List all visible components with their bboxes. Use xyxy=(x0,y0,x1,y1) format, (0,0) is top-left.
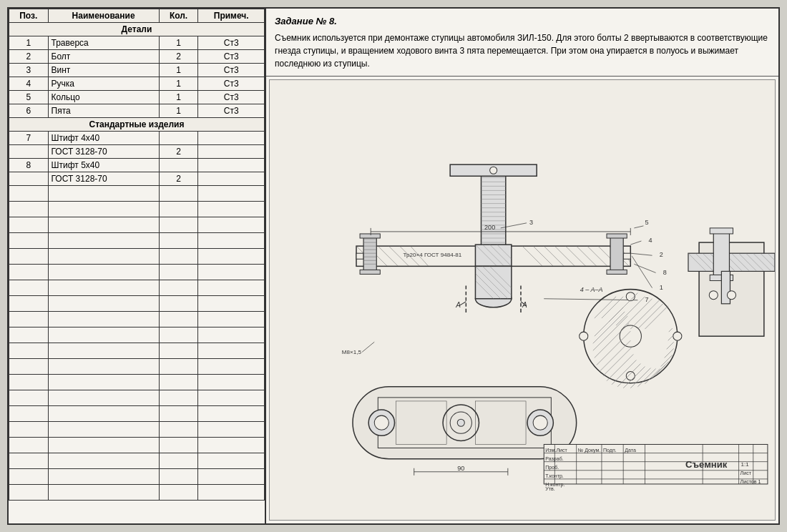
cell-name: ГОСТ 3128-70 xyxy=(48,172,159,186)
col-header-pos: Поз. xyxy=(9,9,49,23)
task-title: Задание № 8. xyxy=(275,14,770,29)
svg-text:3: 3 xyxy=(529,218,533,225)
left-panel: Поз. Наименование Кол. Примеч. Детали 1 … xyxy=(9,9,266,523)
right-panel: Задание № 8. Съемник используется при де… xyxy=(266,9,778,523)
table-row-empty xyxy=(9,265,265,280)
table-row-empty xyxy=(9,280,265,296)
cell-name: Пята xyxy=(48,104,159,118)
table-row-empty xyxy=(9,469,265,485)
svg-text:1:1: 1:1 xyxy=(741,460,750,467)
cell-qty: 1 xyxy=(159,36,198,50)
table-row: ГОСТ 3128-70 2 xyxy=(9,145,265,159)
table-row-empty xyxy=(9,485,265,501)
table-row-empty xyxy=(9,186,265,202)
cell-note: Ст3 xyxy=(198,36,265,50)
cell-pos: 3 xyxy=(9,64,49,77)
cell-qty: 2 xyxy=(159,145,198,159)
svg-rect-34 xyxy=(607,233,627,237)
cell-name: Штифт 4х40 xyxy=(48,132,159,145)
cell-pos: 1 xyxy=(9,36,49,50)
cell-qty xyxy=(159,132,198,145)
section-header-details: Детали xyxy=(9,23,265,36)
table-row-empty xyxy=(9,233,265,249)
svg-text:1: 1 xyxy=(660,283,663,290)
svg-rect-24 xyxy=(360,270,380,274)
table-row: ГОСТ 3128-70 2 xyxy=(9,172,265,186)
table-row-empty xyxy=(9,438,265,453)
cell-qty: 2 xyxy=(159,172,198,186)
cell-name: Ручка xyxy=(48,77,159,91)
technical-drawing: A A Тр20×4 ГОСТ 9484-81 М8×1,5 200 5 4 2 xyxy=(270,80,775,521)
drawing-area: A A Тр20×4 ГОСТ 9484-81 М8×1,5 200 5 4 2 xyxy=(269,79,776,521)
svg-rect-148 xyxy=(688,253,775,271)
svg-text:A: A xyxy=(522,300,527,308)
table-row-empty xyxy=(9,296,265,312)
table-row: 2 Болт 2 Ст3 xyxy=(9,50,265,64)
svg-point-135 xyxy=(374,415,388,430)
cell-qty: 1 xyxy=(159,91,198,104)
cell-note: Ст3 xyxy=(198,91,265,104)
cell-qty: 1 xyxy=(159,77,198,91)
svg-point-102 xyxy=(580,332,588,340)
cell-name: Винт xyxy=(48,64,159,77)
table-row-empty xyxy=(9,202,265,217)
table-row: 6 Пята 1 Ст3 xyxy=(9,104,265,118)
svg-rect-35 xyxy=(607,270,627,274)
svg-text:Т.контр.: Т.контр. xyxy=(545,473,564,478)
page: Поз. Наименование Кол. Примеч. Детали 1 … xyxy=(7,7,780,525)
svg-text:№ Докум.: № Докум. xyxy=(578,447,601,453)
svg-rect-33 xyxy=(610,235,623,270)
table-row-empty xyxy=(9,422,265,438)
cell-note: Ст3 xyxy=(198,77,265,91)
svg-point-140 xyxy=(457,419,464,426)
cell-pos: 7 xyxy=(9,132,49,145)
cell-pos xyxy=(9,145,49,159)
svg-text:Изм.: Изм. xyxy=(545,447,556,452)
table-row-empty xyxy=(9,343,265,359)
svg-point-167 xyxy=(709,290,718,299)
cell-pos: 6 xyxy=(9,104,49,118)
svg-rect-163 xyxy=(710,227,733,233)
cell-qty: 2 xyxy=(159,50,198,64)
svg-text:М8×1,5: М8×1,5 xyxy=(342,349,362,355)
table-row-empty xyxy=(9,390,265,406)
svg-text:200: 200 xyxy=(484,223,495,230)
svg-rect-23 xyxy=(360,233,380,237)
section-label-standard: Стандартные изделия xyxy=(9,118,265,132)
svg-text:8: 8 xyxy=(663,269,667,276)
table-row-empty xyxy=(9,359,265,375)
cell-pos: 8 xyxy=(9,159,49,172)
svg-text:4: 4 xyxy=(649,237,652,244)
table-row-empty xyxy=(9,375,265,390)
section-label-details: Детали xyxy=(9,23,265,36)
svg-text:4 – A–A: 4 – A–A xyxy=(580,285,603,292)
svg-rect-21 xyxy=(623,253,630,259)
cell-qty: 1 xyxy=(159,64,198,77)
cell-name: Болт xyxy=(48,50,159,64)
cell-note: Ст3 xyxy=(198,50,265,64)
table-row-empty xyxy=(9,217,265,233)
table-row: 1 Траверса 1 Ст3 xyxy=(9,36,265,50)
parts-table: Поз. Наименование Кол. Примеч. Детали 1 … xyxy=(9,9,265,501)
svg-point-137 xyxy=(533,415,547,430)
cell-note xyxy=(198,172,265,186)
svg-text:90: 90 xyxy=(457,464,464,471)
svg-text:Дата: Дата xyxy=(625,447,636,453)
cell-pos: 5 xyxy=(9,91,49,104)
svg-text:Тр20×4 ГОСТ 9484-81: Тр20×4 ГОСТ 9484-81 xyxy=(404,252,462,258)
table-row-empty xyxy=(9,453,265,469)
svg-text:Лист: Лист xyxy=(740,470,752,475)
task-description: Съемник используется при демонтаже ступи… xyxy=(275,31,770,70)
cell-note xyxy=(198,159,265,172)
table-row-empty xyxy=(9,406,265,422)
cell-note xyxy=(198,145,265,159)
cell-name: Кольцо xyxy=(48,91,159,104)
svg-point-100 xyxy=(673,332,682,340)
cell-qty: 1 xyxy=(159,104,198,118)
svg-rect-162 xyxy=(713,230,729,277)
svg-text:2: 2 xyxy=(660,251,663,258)
svg-point-99 xyxy=(626,292,635,300)
col-header-qty: Кол. xyxy=(159,9,198,23)
svg-text:Лист: Лист xyxy=(556,447,567,452)
section-header-standard: Стандартные изделия xyxy=(9,118,265,132)
